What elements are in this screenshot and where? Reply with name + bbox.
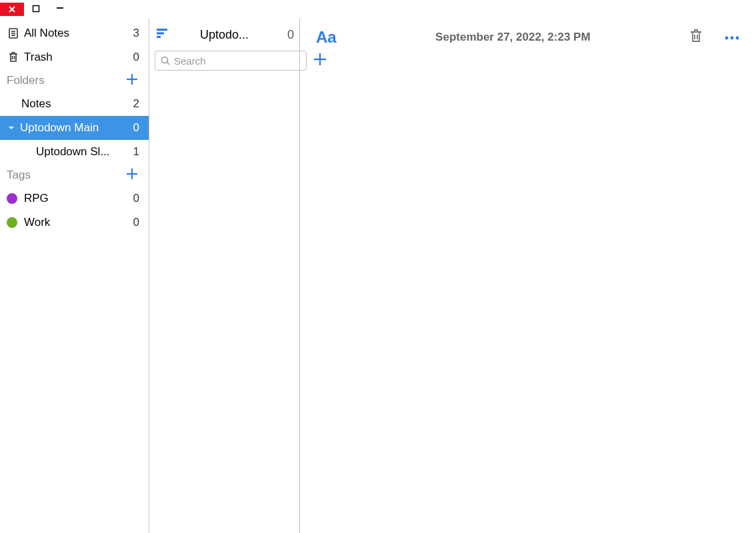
folder-label: Uptodown Main: [20, 121, 133, 135]
svg-line-16: [167, 63, 170, 65]
notes-list-count: 0: [279, 28, 294, 42]
sidebar: All Notes 3 Trash 0 Folders Notes 2: [0, 19, 149, 533]
tags-header-label: Tags: [7, 169, 31, 182]
add-folder-button[interactable]: [125, 72, 139, 89]
sidebar-tag-work[interactable]: Work 0: [0, 211, 149, 235]
format-button[interactable]: Aa: [316, 28, 337, 47]
trash-icon: [7, 51, 20, 63]
notes-icon: [7, 27, 20, 39]
delete-note-button[interactable]: [689, 29, 703, 46]
search-box[interactable]: [155, 51, 307, 71]
maximize-icon: [32, 3, 40, 15]
svg-point-15: [162, 57, 168, 63]
sidebar-folder-uptodown-main[interactable]: Uptodown Main 0: [0, 116, 149, 140]
sidebar-all-notes-label: All Notes: [24, 27, 133, 40]
sidebar-tag-rpg[interactable]: RPG 0: [0, 187, 149, 211]
tag-color-dot: [7, 217, 17, 228]
sidebar-trash-label: Trash: [24, 51, 133, 64]
note-detail-header: Aa September 27, 2022, 2:23 PM: [316, 24, 740, 51]
tag-label: Work: [24, 216, 133, 229]
svg-point-21: [736, 37, 739, 40]
sidebar-all-notes-count: 3: [133, 27, 139, 40]
svg-rect-12: [157, 29, 167, 31]
svg-rect-13: [157, 32, 164, 34]
folder-count: 1: [133, 145, 139, 159]
notes-list-header: Uptodo... 0: [155, 21, 294, 48]
chevron-down-icon: [5, 124, 17, 132]
svg-point-19: [725, 37, 729, 40]
tag-count: 0: [133, 192, 139, 205]
more-options-button[interactable]: [724, 31, 740, 43]
svg-point-20: [731, 37, 734, 40]
window-minimize-button[interactable]: [48, 3, 72, 16]
folders-header: Folders: [0, 69, 149, 92]
sidebar-folder-uptodown-sl[interactable]: Uptodown Sl... 1: [0, 140, 149, 164]
tag-count: 0: [133, 216, 139, 229]
add-tag-button[interactable]: [125, 167, 139, 184]
tag-color-dot: [7, 193, 17, 204]
note-detail: Aa September 27, 2022, 2:23 PM: [300, 19, 756, 533]
search-icon: [161, 56, 170, 65]
sidebar-all-notes[interactable]: All Notes 3: [0, 21, 149, 45]
sidebar-folder-notes[interactable]: Notes 2: [0, 92, 149, 116]
svg-rect-2: [33, 6, 39, 12]
folder-count: 0: [133, 121, 139, 135]
tags-header: Tags: [0, 164, 149, 187]
tag-label: RPG: [24, 192, 133, 205]
trash-icon: [689, 29, 703, 46]
folder-label: Notes: [21, 97, 133, 111]
sort-button[interactable]: [155, 28, 169, 41]
svg-rect-14: [157, 36, 161, 38]
sidebar-trash[interactable]: Trash 0: [0, 45, 149, 69]
folders-header-label: Folders: [7, 74, 45, 87]
sidebar-trash-count: 0: [133, 51, 139, 64]
folder-label: Uptodown Sl...: [36, 145, 133, 159]
notes-list-column: Uptodo... 0: [149, 19, 300, 533]
notes-list-title: Uptodo...: [175, 28, 274, 42]
search-input[interactable]: [174, 55, 301, 67]
folder-count: 2: [133, 97, 139, 111]
sort-icon: [156, 28, 168, 41]
window-controls: [0, 0, 756, 19]
close-icon: [9, 3, 15, 15]
window-close-button[interactable]: [0, 3, 24, 16]
plus-icon: [125, 167, 139, 184]
plus-icon: [125, 72, 139, 89]
note-date: September 27, 2022, 2:23 PM: [337, 31, 689, 44]
more-horizontal-icon: [724, 31, 740, 43]
window-maximize-button[interactable]: [24, 3, 48, 16]
minimize-icon: [55, 3, 65, 15]
